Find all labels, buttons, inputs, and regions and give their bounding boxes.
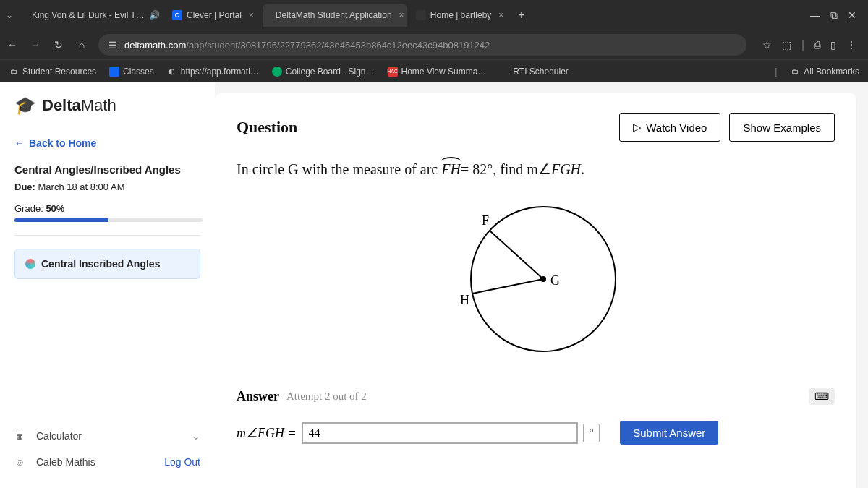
- keyboard-icon[interactable]: ⌨: [809, 388, 835, 405]
- svg-text:G: G: [550, 273, 560, 288]
- bookmark-item[interactable]: ◐https://app.formati…: [167, 67, 259, 77]
- hac-icon: HAC: [388, 67, 398, 77]
- site-info-icon[interactable]: ☰: [109, 40, 117, 51]
- tab-title: King Von & Lil Durk - Evil T…: [32, 10, 145, 20]
- panel-icon[interactable]: ▯: [830, 39, 836, 51]
- browser-tab-active[interactable]: DeltaMath Student Application ×: [263, 4, 407, 27]
- clever-icon: C: [172, 10, 182, 20]
- tab-title: Clever | Portal: [187, 10, 242, 20]
- calculator-icon: 🖩: [14, 430, 29, 442]
- menu-icon[interactable]: ⋮: [846, 39, 856, 51]
- question-text: In circle G with the measure of arc FH= …: [237, 160, 835, 178]
- topic-selected[interactable]: Central Inscribed Angles: [14, 249, 200, 279]
- answer-prefix: m∠FGH =: [237, 425, 297, 441]
- attempt-text: Attempt 2 out of 2: [286, 390, 367, 403]
- progress-bar: [14, 218, 203, 222]
- sparkle-icon: [25, 259, 35, 269]
- play-icon: ▷: [633, 121, 642, 134]
- url-domain: deltamath.com: [124, 40, 186, 51]
- separator: |: [801, 39, 804, 51]
- graduation-cap-icon: 🎓: [14, 95, 36, 116]
- bartleby-icon: [416, 10, 426, 20]
- tab-title: Home | bartleby: [430, 10, 492, 20]
- restore-icon[interactable]: ⧉: [830, 9, 838, 22]
- arrow-left-icon: ←: [14, 137, 25, 149]
- bookmark-item[interactable]: College Board - Sign…: [272, 67, 375, 77]
- sidebar: 🎓 DeltaMath ← Back to Home Central Angle…: [0, 82, 215, 488]
- url-path: /app/student/3081796/22779362/43e46453b8…: [186, 40, 490, 51]
- user-name: Caleb Mathis: [36, 456, 95, 468]
- browser-tab[interactable]: C Clever | Portal ×: [163, 4, 263, 27]
- audio-icon[interactable]: 🔊: [149, 10, 160, 20]
- bookmark-item[interactable]: Classes: [109, 67, 154, 77]
- forward-icon[interactable]: →: [29, 39, 42, 51]
- main-content: Question ▷Watch Video Show Examples In c…: [215, 82, 868, 488]
- question-card: Question ▷Watch Video Show Examples In c…: [215, 93, 856, 488]
- watch-video-button[interactable]: ▷Watch Video: [619, 113, 720, 142]
- question-heading: Question: [237, 118, 297, 137]
- close-icon[interactable]: ×: [399, 10, 404, 20]
- home-icon[interactable]: ⌂: [75, 39, 88, 51]
- new-tab-button[interactable]: +: [518, 9, 524, 22]
- circle-diagram: F G H: [237, 192, 835, 366]
- bookmarks-bar: 🗀Student Resources Classes ◐https://app.…: [0, 59, 868, 82]
- all-bookmarks[interactable]: 🗀All Bookmarks: [790, 67, 859, 77]
- cast-icon[interactable]: ⎙: [814, 39, 820, 51]
- minimize-icon[interactable]: —: [810, 9, 820, 22]
- submit-answer-button[interactable]: Submit Answer: [620, 421, 718, 445]
- browser-tab[interactable]: King Von & Lil Durk - Evil T… 🔊 ×: [19, 4, 163, 27]
- url-input[interactable]: ☰ deltamath.com/app/student/3081796/2277…: [98, 34, 746, 56]
- user-row: ☺ Caleb Mathis Log Out: [14, 449, 200, 475]
- svg-line-3: [472, 279, 543, 294]
- folder-icon: 🗀: [9, 67, 19, 77]
- answer-label: Answer: [237, 389, 279, 404]
- star-icon[interactable]: ☆: [762, 39, 772, 51]
- due-date: Due: March 18 at 8:00 AM: [14, 181, 200, 192]
- tab-menu-icon[interactable]: ⌄: [6, 10, 13, 20]
- close-icon[interactable]: ×: [249, 10, 254, 20]
- bookmark-item[interactable]: HACHome View Summa…: [388, 67, 487, 77]
- calculator-row[interactable]: 🖩 Calculator ⌄: [14, 423, 200, 449]
- collegeboard-icon: [272, 67, 282, 77]
- show-examples-button[interactable]: Show Examples: [729, 113, 835, 142]
- svg-text:F: F: [482, 213, 489, 228]
- close-icon[interactable]: ×: [498, 10, 503, 20]
- separator: |: [775, 67, 777, 77]
- svg-text:H: H: [460, 293, 469, 307]
- reload-icon[interactable]: ↻: [52, 39, 65, 51]
- logo[interactable]: 🎓 DeltaMath: [14, 95, 200, 116]
- back-to-home-link[interactable]: ← Back to Home: [14, 137, 200, 149]
- back-icon[interactable]: ←: [6, 39, 19, 51]
- logout-link[interactable]: Log Out: [164, 456, 200, 468]
- bookmark-item[interactable]: 🗀Student Resources: [9, 67, 96, 77]
- svg-line-2: [490, 231, 543, 279]
- formative-icon: ◐: [167, 67, 177, 77]
- browser-tab-strip: ⌄ King Von & Lil Durk - Evil T… 🔊 × C Cl…: [0, 0, 868, 30]
- grade-label: Grade: 50%: [14, 203, 200, 214]
- chevron-down-icon: ⌄: [192, 430, 200, 442]
- extensions-icon[interactable]: ⬚: [782, 39, 791, 51]
- folder-icon: 🗀: [790, 67, 800, 77]
- browser-tab[interactable]: Home | bartleby ×: [407, 4, 513, 27]
- bookmark-item[interactable]: RTI Scheduler: [499, 67, 568, 77]
- close-window-icon[interactable]: ✕: [848, 9, 856, 22]
- degree-button[interactable]: °: [583, 424, 600, 442]
- address-bar: ← → ↻ ⌂ ☰ deltamath.com/app/student/3081…: [0, 30, 868, 59]
- tab-title: DeltaMath Student Application: [276, 10, 392, 20]
- user-icon: ☺: [14, 456, 29, 468]
- assignment-title: Central Angles/Inscribed Angles: [14, 163, 200, 176]
- answer-input[interactable]: [302, 423, 577, 443]
- classes-icon: [109, 67, 119, 77]
- divider: [14, 235, 200, 236]
- rti-icon: [499, 67, 509, 77]
